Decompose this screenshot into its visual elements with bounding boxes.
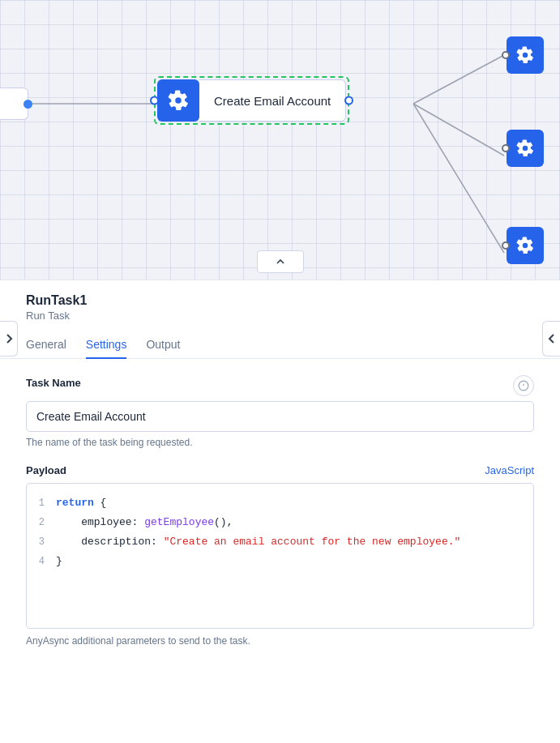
panel-subtitle: Run Task xyxy=(26,310,534,322)
code-line-3: 3 description: "Create an email account … xyxy=(27,532,533,552)
task-name-label: Task Name xyxy=(26,377,81,389)
tab-output[interactable]: Output xyxy=(146,331,180,359)
payload-hint: AnyAsync additional parameters to send t… xyxy=(26,635,534,647)
task-name-input[interactable] xyxy=(26,401,534,432)
mini-node-3[interactable] xyxy=(507,227,544,264)
info-icon xyxy=(518,380,529,391)
tab-general[interactable]: General xyxy=(26,331,66,359)
mini-connector-left-3 xyxy=(502,241,510,250)
panel-header: RunTask1 Run Task xyxy=(0,280,560,322)
output-connector-dot xyxy=(24,100,32,109)
mini-connector-left-2 xyxy=(502,144,510,152)
gear-icon-mini-1 xyxy=(516,46,534,64)
tab-settings[interactable]: Settings xyxy=(86,331,127,359)
code-line-2: 2 employee: getEmployee(), xyxy=(27,513,533,532)
selected-node[interactable]: Create Email Account xyxy=(154,76,349,125)
code-line-1: 1 return { xyxy=(27,493,533,513)
chevron-right-icon xyxy=(5,333,13,344)
gear-icon xyxy=(168,90,189,111)
chevron-up-icon xyxy=(274,255,287,268)
gear-icon-mini-2 xyxy=(516,139,534,157)
code-editor[interactable]: 1 return { 2 employee: getEmployee(), 3 … xyxy=(26,483,534,629)
code-line-4: 4 } xyxy=(27,552,533,571)
mini-node-2[interactable] xyxy=(507,130,544,167)
workflow-canvas: Create Email Account xyxy=(0,0,560,280)
input-connector[interactable] xyxy=(150,96,159,105)
mini-node-1[interactable] xyxy=(507,36,544,74)
node-icon-box xyxy=(157,79,199,122)
task-name-field-row: Task Name xyxy=(26,375,534,396)
task-name-hint: The name of the task being requested. xyxy=(26,437,534,448)
settings-form: Task Name The name of the task being req… xyxy=(0,359,560,663)
detail-panel: RunTask1 Run Task General Settings Outpu… xyxy=(0,280,560,743)
payload-label: Payload xyxy=(26,464,66,476)
collapse-panel-button[interactable] xyxy=(257,250,304,273)
tab-bar: General Settings Output xyxy=(0,331,560,359)
mini-connector-left-1 xyxy=(502,51,510,59)
javascript-link[interactable]: JavaScript xyxy=(485,464,534,476)
svg-line-1 xyxy=(413,55,504,104)
output-connector[interactable] xyxy=(344,96,353,105)
node-label: Create Email Account xyxy=(199,79,346,122)
svg-line-3 xyxy=(413,104,504,253)
expand-left-button[interactable] xyxy=(0,321,18,357)
gear-icon-mini-3 xyxy=(516,237,534,254)
task-name-info-button[interactable] xyxy=(513,375,534,396)
collapse-right-button[interactable] xyxy=(542,321,560,357)
connection-lines-svg xyxy=(0,0,560,280)
svg-line-2 xyxy=(413,104,504,156)
left-partial-node xyxy=(0,88,28,120)
panel-title: RunTask1 xyxy=(26,293,534,308)
chevron-left-icon xyxy=(548,333,556,344)
payload-header: Payload JavaScript xyxy=(26,464,534,476)
